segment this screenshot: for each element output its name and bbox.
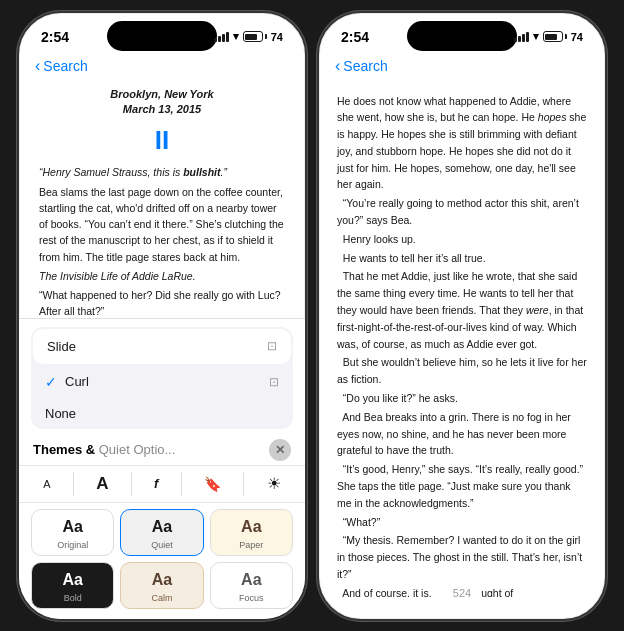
- large-font-button[interactable]: A: [90, 472, 114, 496]
- checkmark-icon: ✓: [45, 374, 57, 390]
- right-status-bar: 2:54 ▾ 74: [319, 13, 605, 55]
- brightness-button[interactable]: ☀: [261, 472, 287, 495]
- reading-toolbar: A A f 🔖 ☀: [19, 465, 305, 503]
- right-battery-icon: [543, 31, 567, 42]
- right-signal-icon: [514, 32, 529, 42]
- left-phone: 2:54 ▾ 74 ‹ Search: [17, 11, 307, 621]
- right-para-6: But she wouldn’t believe him, so he lets…: [337, 354, 587, 388]
- theme-bold[interactable]: Aa Bold: [31, 562, 114, 609]
- slide-options-panel: Slide ⊡ ✓ Curl ⊡ None: [31, 327, 293, 429]
- theme-focus-aa: Aa: [241, 571, 261, 589]
- right-back-label: Search: [343, 58, 387, 74]
- battery-pct: 74: [271, 31, 283, 43]
- right-para-3: Henry looks up.: [337, 231, 587, 248]
- theme-original[interactable]: Aa Original: [31, 509, 114, 556]
- theme-original-label: Original: [57, 540, 88, 550]
- themes-header: Themes & Quiet Optio... ✕: [19, 433, 305, 465]
- bottom-panel: Slide ⊡ ✓ Curl ⊡ None: [19, 318, 305, 619]
- toolbar-separator-2: [131, 472, 132, 496]
- theme-bold-aa: Aa: [62, 571, 82, 589]
- small-font-button[interactable]: A: [37, 476, 56, 492]
- right-para-1: He does not know what happened to Addie,…: [337, 93, 587, 194]
- right-para-7: “Do you like it?” he asks.: [337, 390, 587, 407]
- wifi-icon: ▾: [233, 30, 239, 43]
- curl-option-row[interactable]: ✓ Curl ⊡: [31, 366, 293, 398]
- themes-title: Themes & Quiet Optio...: [33, 442, 175, 457]
- theme-paper[interactable]: Aa Paper: [210, 509, 293, 556]
- theme-focus-label: Focus: [239, 593, 264, 603]
- right-book-content: He does not know what happened to Addie,…: [319, 79, 605, 597]
- theme-paper-label: Paper: [239, 540, 263, 550]
- right-back-chevron-icon: ‹: [335, 57, 340, 75]
- left-back-button[interactable]: ‹ Search: [35, 57, 88, 75]
- right-para-8: And Bea breaks into a grin. There is no …: [337, 409, 587, 459]
- slide-right-icon: ⊡: [267, 339, 277, 353]
- bookmark-button[interactable]: 🔖: [198, 474, 227, 494]
- right-wifi-icon: ▾: [533, 30, 539, 43]
- theme-paper-aa: Aa: [241, 518, 261, 536]
- theme-quiet-label: Quiet: [151, 540, 173, 550]
- left-time: 2:54: [41, 29, 69, 45]
- theme-quiet-aa: Aa: [152, 518, 172, 536]
- left-nav: ‹ Search: [19, 55, 305, 79]
- theme-bold-label: Bold: [64, 593, 82, 603]
- close-button[interactable]: ✕: [269, 439, 291, 461]
- right-nav: ‹ Search: [319, 55, 605, 79]
- signal-icon: [214, 32, 229, 42]
- curl-right-icon: ⊡: [269, 375, 279, 389]
- theme-quiet[interactable]: Aa Quiet: [120, 509, 203, 556]
- left-status-bar: 2:54 ▾ 74: [19, 13, 305, 55]
- toolbar-separator-4: [243, 472, 244, 496]
- curl-label: Curl: [65, 374, 89, 389]
- left-status-icons: ▾ 74: [214, 30, 283, 43]
- right-para-11: “My thesis. Remember? I wanted to do it …: [337, 532, 587, 582]
- toolbar-separator: [73, 472, 74, 496]
- right-para-10: “What?”: [337, 514, 587, 531]
- right-para-2: “You’re really going to method actor thi…: [337, 195, 587, 229]
- page-number: 524: [453, 587, 471, 599]
- font-picker-button[interactable]: f: [148, 474, 164, 493]
- right-phone: 2:54 ▾ 74 ‹ Search: [317, 11, 607, 621]
- toolbar-separator-3: [181, 472, 182, 496]
- left-back-label: Search: [43, 58, 87, 74]
- theme-original-aa: Aa: [62, 518, 82, 536]
- book-location: Brooklyn, New YorkMarch 13, 2015: [39, 87, 285, 118]
- right-para-4: He wants to tell her it’s all true.: [337, 250, 587, 267]
- right-time: 2:54: [341, 29, 369, 45]
- right-back-button[interactable]: ‹ Search: [335, 57, 388, 75]
- battery-icon: [243, 31, 267, 42]
- chapter-number: II: [39, 121, 285, 160]
- none-option-row[interactable]: None: [31, 398, 293, 429]
- theme-calm-label: Calm: [151, 593, 172, 603]
- right-para-5: That he met Addie, just like he wrote, t…: [337, 268, 587, 352]
- slide-option-row[interactable]: Slide ⊡: [33, 329, 291, 364]
- theme-focus[interactable]: Aa Focus: [210, 562, 293, 609]
- right-battery-pct: 74: [571, 31, 583, 43]
- theme-calm[interactable]: Aa Calm: [120, 562, 203, 609]
- theme-calm-aa: Aa: [152, 571, 172, 589]
- none-label: None: [45, 406, 76, 421]
- right-status-icons: ▾ 74: [514, 30, 583, 43]
- themes-grid: Aa Original Aa Quiet Aa Paper Aa Bold: [19, 503, 305, 619]
- back-chevron-icon: ‹: [35, 57, 40, 75]
- slide-label: Slide: [47, 339, 76, 354]
- right-para-9: “It’s good, Henry,” she says. “It’s real…: [337, 461, 587, 511]
